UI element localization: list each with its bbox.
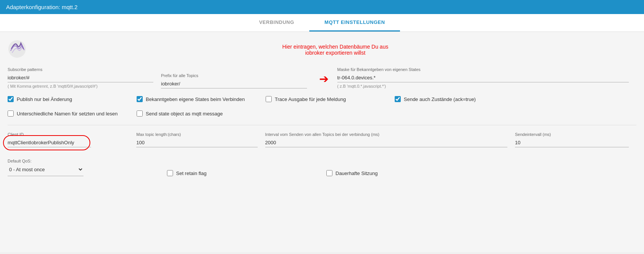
maske-label: Maske für Bekanntgeben von eigenen State… [337, 67, 629, 72]
dauerhafte-sitzung-group: Dauerhafte Sitzung [326, 170, 629, 176]
interval-senden-group: Interval vom Senden von allen Topics bei… [265, 132, 508, 147]
trace-ausgabe-label: Trace Ausgabe für jede Meldung [275, 96, 346, 102]
subscribe-patterns-input[interactable] [8, 73, 153, 82]
retain-flag-checkbox[interactable] [167, 170, 173, 176]
retain-flag-group: Set retain flag [167, 170, 319, 176]
field-row-1: Subscribe patterns ( Mit Komma getrennt,… [8, 67, 636, 88]
publish-nur-bei-aenderung-checkbox[interactable] [8, 96, 14, 102]
arrow-indicator: ➔ [315, 73, 334, 85]
divider-1 [8, 125, 636, 125]
max-topic-length-group: Max topic length:(chars) [136, 132, 257, 147]
adapter-logo [8, 39, 27, 60]
maske-hint: ( z.B 'mqtt.0.*.javascript.*') [337, 84, 629, 88]
qos-label: Default QoS: [8, 159, 159, 163]
subscribe-patterns-label: Subscribe patterns [8, 67, 153, 72]
bekanntgeben-label: Bekanntgeben eigene States beim Verbinde… [146, 96, 245, 102]
send-state-object-checkbox[interactable] [137, 110, 143, 117]
client-id-input[interactable] [8, 138, 91, 147]
interval-senden-label: Interval vom Senden von allen Topics bei… [265, 132, 508, 137]
subscribe-patterns-group: Subscribe patterns ( Mit Komma getrennt,… [8, 67, 153, 88]
publish-nur-bei-aenderung-label: Publish nur bei Änderung [17, 96, 72, 102]
maske-input[interactable] [337, 73, 629, 82]
sendeintervall-group: Sendeintervall (ms) [515, 132, 629, 147]
main-content: Hier eintragen, welchen Datenbäume Du au… [0, 32, 644, 252]
prefix-topics-input[interactable] [161, 79, 307, 88]
send-state-object-group: Send state object as mqtt message [137, 110, 250, 117]
trace-ausgabe-checkbox[interactable] [266, 96, 272, 102]
sende-zustaende-label: Sende auch Zustände (ack=true) [404, 96, 476, 102]
client-id-label: Client ID [8, 132, 129, 137]
unterschiedliche-namen-checkbox[interactable] [8, 110, 14, 117]
retain-flag-checkbox-group: Set retain flag [167, 170, 319, 176]
publish-nur-bei-aenderung-group: Publish nur bei Änderung [8, 96, 121, 102]
title-bar: Adapterkonfiguration: mqtt.2 [0, 0, 644, 14]
dauerhafte-sitzung-checkbox-group: Dauerhafte Sitzung [326, 170, 629, 176]
interval-senden-input[interactable] [265, 138, 508, 147]
sendeintervall-input[interactable] [515, 138, 629, 147]
retain-flag-label: Set retain flag [176, 170, 206, 176]
field-row-advanced: Client ID Max topic length:(chars) Inter… [8, 132, 636, 147]
right-arrow-icon: ➔ [319, 73, 329, 85]
client-id-wrapper [8, 138, 91, 147]
tab-verbindung[interactable]: VERBINDUNG [244, 14, 309, 32]
max-topic-length-input[interactable] [136, 138, 257, 147]
checkbox-row-1: Publish nur bei Änderung Bekanntgeben ei… [8, 96, 636, 105]
qos-group: Default QoS: 0 - At most once 1 - At lea… [8, 159, 159, 176]
maske-group: Maske für Bekanntgeben von eigenen State… [337, 67, 629, 88]
bekanntgeben-group: Bekanntgeben eigene States beim Verbinde… [137, 96, 250, 102]
dauerhafte-sitzung-label: Dauerhafte Sitzung [335, 170, 378, 176]
trace-ausgabe-group: Trace Ausgabe für jede Meldung [266, 96, 379, 102]
title-text: Adapterkonfiguration: mqtt.2 [6, 4, 77, 10]
bekanntgeben-checkbox[interactable] [137, 96, 143, 102]
qos-select[interactable]: 0 - At most once 1 - At least once 2 - E… [8, 165, 83, 174]
subscribe-patterns-hint: ( Mit Komma getrennt, z.B 'mqtt/0/#,java… [8, 84, 153, 88]
sende-zustaende-checkbox[interactable] [395, 96, 401, 102]
tab-mqtt-einstellungen[interactable]: MQTT EINSTELLUNGEN [309, 14, 400, 32]
send-state-object-label: Send state object as mqtt message [146, 111, 223, 117]
max-topic-length-label: Max topic length:(chars) [136, 132, 257, 137]
sendeintervall-label: Sendeintervall (ms) [515, 132, 629, 137]
tabs-container: VERBINDUNG MQTT EINSTELLUNGEN [0, 14, 644, 32]
sende-zustaende-group: Sende auch Zustände (ack=true) [395, 96, 509, 102]
unterschiedliche-namen-label: Unterschiedliche Namen für setzten und l… [17, 111, 118, 117]
prefix-topics-group: Prefix für alle Topics [161, 73, 307, 88]
checkbox-row-2: Unterschiedliche Namen für setzten und l… [8, 110, 636, 120]
client-id-group: Client ID [8, 132, 129, 147]
dauerhafte-sitzung-checkbox[interactable] [326, 170, 332, 176]
header-info-text: Hier eintragen, welchen Datenbäume Du au… [282, 44, 388, 56]
unterschiedliche-namen-group: Unterschiedliche Namen für setzten und l… [8, 110, 121, 117]
prefix-topics-label: Prefix für alle Topics [161, 73, 307, 78]
header-row: Hier eintragen, welchen Datenbäume Du au… [8, 39, 636, 60]
field-row-qos: Default QoS: 0 - At most once 1 - At lea… [8, 159, 636, 176]
